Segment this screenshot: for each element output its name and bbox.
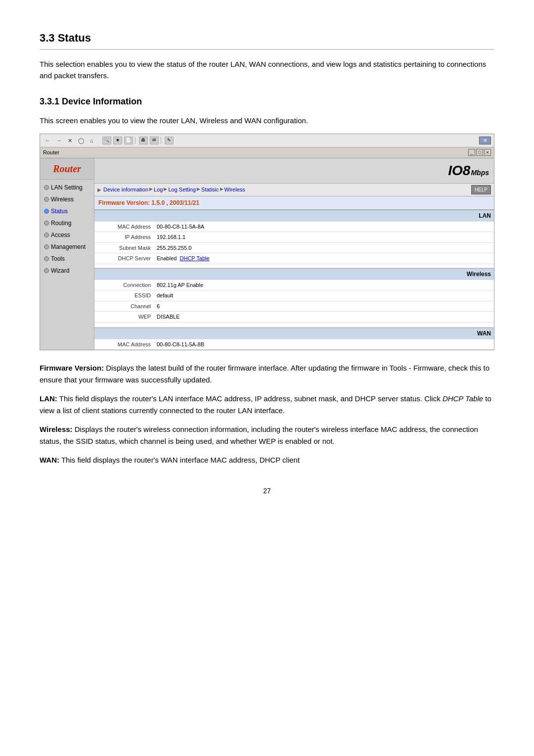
subnet-label: Subnet Mask	[94, 242, 154, 253]
mac-label: MAC Address	[94, 221, 154, 232]
sidebar-label-wizard: Wizard	[51, 266, 69, 275]
lan-term: LAN:	[40, 394, 57, 403]
dhcp-value: Enabled DHCP Table	[154, 253, 494, 264]
back-btn[interactable]: ←	[43, 136, 52, 145]
channel-label: Channel	[94, 301, 154, 312]
tab-device-info[interactable]: Device information	[103, 186, 148, 194]
sidebar-item-routing[interactable]: Routing	[40, 217, 94, 229]
sidebar-label-tools: Tools	[51, 254, 65, 263]
sidebar-label-access: Access	[51, 231, 70, 239]
sidebar-item-wizard[interactable]: Wizard	[40, 265, 94, 277]
mbps-logo-area: IO8 Mbps	[448, 160, 489, 181]
firmware-desc: Displays the latest build of the router …	[40, 364, 490, 384]
wireless-header-row: Wireless	[94, 268, 494, 280]
tab-log-setting[interactable]: Log Setting	[168, 186, 196, 194]
nav-dot-tools	[44, 256, 49, 261]
wan-header-cell: WAN	[94, 328, 494, 339]
connection-label: Connection	[94, 280, 154, 290]
forward-btn[interactable]: →	[54, 136, 64, 145]
page-number: 27	[40, 486, 494, 496]
separator-4: ▶	[220, 186, 223, 193]
help-button[interactable]: HELP	[471, 185, 491, 194]
refresh-btn[interactable]: ◯	[76, 136, 86, 145]
wireless-header-cell: Wireless	[94, 268, 494, 280]
dhcp-italic: DHCP Table	[443, 394, 483, 403]
close-btn[interactable]: ×	[484, 149, 491, 156]
lan-header-row: LAN	[94, 210, 494, 221]
subsection-title: 3.3.1 Device Information	[40, 95, 494, 108]
sidebar: Router LAN Setting Wireless Status	[40, 158, 94, 350]
table-row: DHCP Server Enabled DHCP Table	[94, 253, 494, 264]
nav-dot-access	[44, 233, 49, 237]
connection-value: 802.11g AP Enable	[154, 280, 494, 290]
mail-icon[interactable]: ✉	[150, 137, 159, 144]
table-row: MAC Address 00-80-C8-11-5A-8A	[94, 221, 494, 232]
sidebar-item-management[interactable]: Management	[40, 241, 94, 253]
wan-term: WAN:	[40, 456, 59, 464]
nav-dot-wireless	[44, 197, 49, 202]
table-row: WEP DISABLE	[94, 312, 494, 323]
channel-value: 6	[154, 301, 494, 312]
separator-1: ▶	[149, 186, 153, 193]
browser-toolbar: ← → ✕ ◯ ⌂ 🔍 ★ 📄 🖶 ✉ ✎ ⊞	[40, 134, 494, 148]
router-logo: Router	[53, 161, 81, 176]
spacer-row	[94, 264, 494, 268]
edit-icon[interactable]: ✎	[165, 137, 174, 144]
table-row: MAC Address 00-80-C8-11-5A-8B	[94, 339, 494, 350]
sidebar-label-wireless: Wireless	[51, 195, 74, 204]
dhcp-table-link[interactable]: DHCP Table	[180, 255, 210, 261]
intro-paragraph: This selection enables you to view the s…	[40, 59, 494, 81]
essid-label: ESSID	[94, 290, 154, 301]
lan-table: LAN MAC Address 00-80-C8-11-5A-8A IP Add…	[94, 210, 494, 268]
sidebar-item-access[interactable]: Access	[40, 229, 94, 241]
desc-wan: WAN: This field displays the router's WA…	[40, 454, 494, 466]
wep-label: WEP	[94, 312, 154, 323]
maximize-btn[interactable]: □	[476, 149, 483, 156]
print-icon[interactable]: 🖶	[139, 137, 148, 144]
nav-dot-management	[44, 244, 49, 249]
browser-title-bar: Router _ □ ×	[40, 147, 494, 158]
ip-value: 192.168.1.1	[154, 232, 494, 243]
nav-dot-routing	[44, 221, 49, 226]
main-content: IO8 Mbps ▶ Device information ▶ Log ▶ Lo…	[94, 158, 494, 350]
separator-2: ▶	[164, 186, 167, 193]
sidebar-item-wireless[interactable]: Wireless	[40, 193, 94, 205]
wan-mac-label: MAC Address	[94, 339, 154, 350]
subnet-value: 255.255.255.0	[154, 242, 494, 253]
window-controls: _ □ ×	[468, 149, 491, 156]
minimize-btn[interactable]: _	[468, 149, 475, 156]
sidebar-logo-area: Router	[40, 158, 94, 180]
stop-btn[interactable]: ✕	[66, 136, 74, 145]
history-icon[interactable]: 📄	[124, 137, 133, 144]
wan-header-row: WAN	[94, 328, 494, 339]
mbps-number: IO8	[448, 160, 470, 181]
sidebar-item-tools[interactable]: Tools	[40, 253, 94, 265]
nav-dot-status	[44, 209, 49, 214]
wan-mac-value: 00-80-C8-11-5A-8B	[154, 339, 494, 350]
sidebar-item-status[interactable]: Status	[40, 205, 94, 217]
favorites-icon[interactable]: ★	[113, 137, 122, 144]
sidebar-label-lan: LAN Setting	[51, 183, 83, 192]
mbps-unit: Mbps	[471, 168, 489, 178]
sidebar-item-lan-setting[interactable]: LAN Setting	[40, 182, 94, 193]
tab-statisic[interactable]: Statisic	[201, 186, 219, 194]
nav-dot-wizard	[44, 268, 49, 273]
tab-wireless[interactable]: Wireless	[224, 186, 245, 194]
search-icon[interactable]: 🔍	[102, 137, 111, 144]
firmware-bar: Firmware Version: 1.5.0 , 2003/11/21	[94, 196, 494, 210]
desc-lan: LAN: This field displays the router's LA…	[40, 393, 494, 417]
nav-menu: LAN Setting Wireless Status Routing Acce…	[40, 180, 94, 277]
browser-window: ← → ✕ ◯ ⌂ 🔍 ★ 📄 🖶 ✉ ✎ ⊞ Router _ □ ×	[40, 134, 494, 351]
ip-label: IP Address	[94, 232, 154, 243]
essid-value: default	[154, 290, 494, 301]
lan-header-cell: LAN	[94, 210, 494, 221]
grid-icon: ⊞	[479, 137, 491, 144]
tab-bar: ▶ Device information ▶ Log ▶ Log Setting…	[94, 184, 494, 196]
sidebar-label-routing: Routing	[51, 219, 71, 228]
tab-log[interactable]: Log	[154, 186, 163, 194]
desc-firmware: Firmware Version: Displays the latest bu…	[40, 362, 494, 386]
main-header: IO8 Mbps	[94, 158, 494, 184]
home-btn[interactable]: ⌂	[88, 136, 95, 145]
wireless-desc: Displays the router's wireless connectio…	[40, 425, 478, 445]
wep-value: DISABLE	[154, 312, 494, 323]
